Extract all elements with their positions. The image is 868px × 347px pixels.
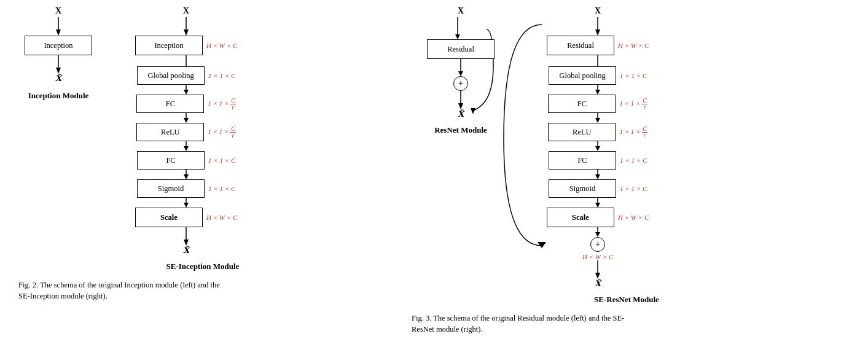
x-label-res-right: X xyxy=(595,6,601,16)
svg-marker-39 xyxy=(595,203,600,208)
arrow-down-2 xyxy=(54,55,63,74)
svg-marker-18 xyxy=(184,240,189,246)
figure-3-diagrams: X Residual + xyxy=(412,6,848,310)
global-pooling-box: Global pooling xyxy=(137,66,205,85)
inception-module-right: X Inception H × W × C Global pooling 1 xyxy=(117,6,289,271)
svg-marker-37 xyxy=(595,174,600,179)
svg-marker-28 xyxy=(595,29,600,36)
dim-label-hwc: H × W × C xyxy=(206,42,237,49)
page: X Inception X̃ Inception Module xyxy=(0,0,868,341)
res-dim-1x1xC: 1 × 1 × C xyxy=(620,72,647,79)
svg-marker-3 xyxy=(56,68,61,74)
x-label-res-left: X xyxy=(458,6,464,16)
figure-3: X Residual + xyxy=(393,6,854,335)
sigmoid-box-res: Sigmoid xyxy=(549,179,616,198)
res-dim-1x1xC-2: 1 × 1 × C xyxy=(620,157,647,164)
res-scale-dim: H × W × C xyxy=(618,214,649,221)
plus-circle-res: + xyxy=(590,237,605,252)
svg-marker-43 xyxy=(595,273,600,279)
res-dim-hwc: H × W × C xyxy=(618,42,649,49)
arrow-down-1 xyxy=(54,17,63,36)
dim-1x1xC-3: 1 × 1 × C xyxy=(208,185,235,192)
relu-box-res: ReLU xyxy=(548,123,616,141)
dim-scale-hwc: H × W × C xyxy=(206,214,237,221)
fc-box-2: FC xyxy=(137,151,205,170)
figure-2-diagrams: X Inception X̃ Inception Module xyxy=(18,6,387,276)
residual-box-right: Residual xyxy=(547,36,614,55)
figure-2: X Inception X̃ Inception Module xyxy=(12,6,393,335)
sigmoid-box-1: Sigmoid xyxy=(137,179,205,198)
se-inception-label: SE-Inception Module xyxy=(117,262,289,271)
residual-box-left: Residual xyxy=(427,39,495,59)
dim-1x1xCr-1: 1 × 1 × Cr xyxy=(208,98,236,111)
x-tilde-right-se: X̃ xyxy=(183,246,189,255)
svg-marker-14 xyxy=(184,174,189,179)
svg-marker-25 xyxy=(458,103,463,109)
res-dim-1x1xCr-2: 1 × 1 × Cr xyxy=(619,126,647,139)
svg-marker-16 xyxy=(184,203,189,208)
svg-marker-20 xyxy=(455,34,460,39)
inception-module-label: Inception Module xyxy=(28,91,89,101)
fc-box-1: FC xyxy=(136,95,204,113)
res-dim-1x1xCr-1: 1 × 1 × Cr xyxy=(619,98,647,111)
svg-marker-26 xyxy=(538,242,546,248)
plus-circle-left: + xyxy=(453,76,468,91)
fig3-caption: Fig. 3. The schema of the original Resid… xyxy=(412,313,645,335)
resnet-module-left: X Residual + xyxy=(412,6,510,135)
svg-marker-33 xyxy=(595,118,600,123)
svg-marker-35 xyxy=(595,146,600,151)
dim-1x1xC: 1 × 1 × C xyxy=(208,72,235,79)
svg-marker-31 xyxy=(595,90,600,95)
x-label-right: X xyxy=(183,6,189,16)
se-resnet-label: SE-ResNet Module xyxy=(528,295,725,305)
global-pooling-box-res: Global pooling xyxy=(549,66,616,85)
dim-1x1xCr-2: 1 × 1 × Cr xyxy=(208,126,236,139)
fc-box-res-2: FC xyxy=(549,151,616,170)
svg-marker-41 xyxy=(595,232,600,237)
scale-box-res: Scale xyxy=(547,208,614,227)
x-tilde-res-right: X̃ xyxy=(595,279,601,289)
resnet-module-right: X Residual H × W × C xyxy=(528,6,725,305)
inception-box-left: Inception xyxy=(25,36,92,55)
x-tilde-res-left: X̃ xyxy=(458,109,464,119)
svg-marker-5 xyxy=(184,29,189,36)
relu-box-1: ReLU xyxy=(136,123,204,141)
res-dim-1x1xC-3: 1 × 1 × C xyxy=(620,185,647,192)
x-tilde-left: X̃ xyxy=(55,74,61,84)
fig2-caption: Fig. 2. The schema of the original Incep… xyxy=(18,280,227,302)
dim-1x1xC-2: 1 × 1 × C xyxy=(208,157,235,164)
fc-box-res-1: FC xyxy=(548,95,616,113)
svg-marker-10 xyxy=(184,118,189,123)
res-plus-dim: H × W × C xyxy=(582,253,613,260)
inception-module-left: X Inception X̃ Inception Module xyxy=(18,6,98,101)
resnet-module-label: ResNet Module xyxy=(434,125,487,135)
svg-marker-12 xyxy=(184,146,189,151)
svg-marker-23 xyxy=(458,71,463,76)
inception-box-right: Inception xyxy=(135,36,203,55)
scale-box-1: Scale xyxy=(135,208,203,227)
x-label-left: X xyxy=(55,6,61,16)
svg-marker-8 xyxy=(184,90,189,95)
arrow-down-3 xyxy=(182,17,190,36)
svg-marker-21 xyxy=(471,108,475,114)
svg-marker-1 xyxy=(56,29,61,36)
